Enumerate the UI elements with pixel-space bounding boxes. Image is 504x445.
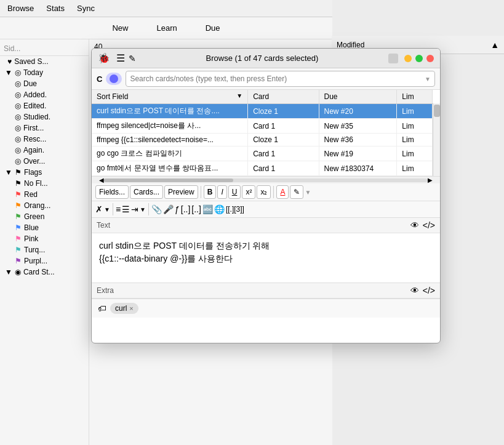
sidebar-flag-red[interactable]: ⚑ Red	[0, 189, 89, 200]
sidebar-search-label: Sid...	[4, 44, 20, 53]
sidebar-item-added[interactable]: ◎ Added.	[0, 89, 89, 100]
special-char-icon2[interactable]: 🌐	[214, 204, 225, 214]
purple-flag-icon: ⚑	[15, 257, 22, 265]
italic-button[interactable]: I	[217, 185, 226, 199]
erase-dropdown-icon[interactable]: ▼	[104, 206, 110, 213]
close-button[interactable]	[426, 55, 434, 62]
sidebar-card-state[interactable]: ▼ ◉ Card St...	[0, 267, 89, 278]
hscroll-track[interactable]	[104, 178, 428, 182]
learn-button[interactable]: Learn	[151, 22, 182, 34]
cell-card: Card 1	[248, 119, 319, 134]
cell-card: Cloze 1	[248, 134, 319, 146]
sidebar-flag-blue[interactable]: ⚑ Blue	[0, 222, 89, 233]
bracket-icon[interactable]: [[.][3]]	[226, 205, 244, 214]
bold-button[interactable]: B	[204, 185, 217, 199]
sidebar-item-first[interactable]: ◎ First...	[0, 122, 89, 134]
sidebar-flag-pink[interactable]: ⚑ Pink	[0, 233, 89, 244]
clock-icon-over: ◎	[15, 157, 21, 166]
extra-eye-icon[interactable]: 👁	[410, 286, 419, 295]
more-format-icon[interactable]: ▼	[305, 189, 311, 196]
menu-stats[interactable]: Stats	[46, 4, 65, 13]
extra-field-header: Extra 👁 </>	[92, 283, 440, 299]
scroll-up-icon[interactable]: ▲	[490, 40, 499, 50]
sidebar-item-over[interactable]: ◎ Over...	[0, 156, 89, 167]
sidebar-item-again[interactable]: ◎ Again.	[0, 145, 89, 156]
horizontal-scrollbar[interactable]: ◀ ▶	[92, 176, 440, 183]
scroll-right-icon[interactable]: ▶	[428, 177, 433, 183]
text-field-icons: 👁 </>	[410, 220, 435, 230]
table-row[interactable]: go fmt에서 문자열 변수를 쌍따옴표...Card 1New #18303…	[92, 161, 433, 176]
eraser-icon[interactable]: ✗	[95, 204, 103, 214]
code-icon[interactable]: </>	[423, 220, 435, 230]
fields-button[interactable]: Fields...	[95, 185, 129, 199]
cell-card: Cloze 1	[248, 104, 319, 119]
col-sort-field[interactable]: Sort Field ▼	[92, 90, 248, 104]
collapse-button[interactable]	[388, 54, 398, 63]
underline-button[interactable]: U	[228, 185, 241, 199]
latex-block-icon[interactable]: [..]	[191, 204, 201, 214]
edit-icon[interactable]: ✎	[129, 54, 136, 63]
sidebar-item-edited[interactable]: ◎ Edited.	[0, 100, 89, 111]
due-button[interactable]: Due	[201, 22, 225, 34]
menu-sync[interactable]: Sync	[77, 4, 95, 13]
table-row[interactable]: go cgo 크로스 컴파일하기Card 1New #19Lim	[92, 146, 433, 161]
sidebar-flag-none[interactable]: ⚑ No Fl...	[0, 178, 89, 189]
scroll-left-icon[interactable]: ◀	[99, 177, 104, 183]
sidebar-flag-turq[interactable]: ⚑ Turq...	[0, 244, 89, 255]
text-field-header: Text 👁 </>	[92, 218, 440, 233]
table-row[interactable]: ffmpeg silenced|ct=noise를 사...Card 1New …	[92, 119, 433, 134]
search-input[interactable]	[130, 74, 425, 83]
col-lim[interactable]: Lim	[397, 90, 433, 104]
new-button[interactable]: New	[107, 22, 133, 34]
maximize-button[interactable]	[415, 55, 423, 62]
sidebar-flag-purple[interactable]: ⚑ Purpl...	[0, 255, 89, 267]
font-color-button[interactable]: A	[276, 185, 289, 199]
menu-browse[interactable]: Browse	[7, 4, 34, 13]
cell-lim: Lim	[397, 161, 433, 176]
extra-code-icon[interactable]: </>	[423, 286, 435, 295]
sidebar-flag-green[interactable]: ⚑ Green	[0, 211, 89, 222]
sidebar-item-resc[interactable]: ◎ Resc...	[0, 134, 89, 145]
preview-button[interactable]: Preview	[164, 185, 198, 199]
sidebar-flags-header[interactable]: ▼ ⚑ Flags	[0, 167, 89, 178]
indent-dropdown-icon[interactable]: ▼	[140, 206, 146, 213]
search-box[interactable]: ▼	[126, 71, 435, 87]
text-field-content[interactable]: curl stdin으로 POST 데이터를 전송하기 위해 {{c1::--d…	[92, 233, 440, 283]
subscript-button[interactable]: x₂	[257, 185, 271, 199]
superscript-button[interactable]: x²	[242, 185, 255, 199]
triangle-flags-icon: ▼	[5, 168, 12, 177]
ordered-list-icon[interactable]: ☰	[122, 204, 130, 214]
sidebar-item-studied[interactable]: ◎ Studied.	[0, 111, 89, 122]
function-icon[interactable]: ƒ	[175, 204, 180, 214]
tag-remove-curl[interactable]: ×	[129, 305, 133, 312]
table-row[interactable]: ffmpeg {{c1::silencedetect=noise=...Cloz…	[92, 134, 433, 146]
col-card[interactable]: Card	[248, 90, 319, 104]
minimize-button[interactable]	[404, 55, 412, 62]
cell-due: New #35	[319, 119, 397, 134]
table-scrollbar[interactable]	[433, 103, 440, 176]
table-row[interactable]: curl stdin으로 POST 데이터를 전송....Cloze 1New …	[92, 104, 433, 119]
unordered-list-icon[interactable]: ≡	[116, 204, 121, 214]
latex-icon[interactable]: [..]	[181, 204, 191, 214]
triangle-cardst-icon: ▼	[5, 268, 12, 276]
attachment-icon[interactable]: 📎	[151, 204, 162, 214]
cards-button[interactable]: Cards...	[130, 185, 163, 199]
indent-icon[interactable]: ⇥	[131, 204, 138, 214]
col-due[interactable]: Due	[319, 90, 397, 104]
sidebar-flag-orange[interactable]: ⚑ Orang...	[0, 200, 89, 211]
search-dropdown-icon[interactable]: ▼	[425, 76, 431, 82]
sidebar-item-today[interactable]: ▼ ◎ Today	[0, 67, 89, 78]
hscroll-thumb	[104, 178, 233, 182]
microphone-icon[interactable]: 🎤	[163, 204, 174, 214]
sidebar-item-due[interactable]: ◎ Due	[0, 78, 89, 89]
menu-bar: Browse Stats Sync	[0, 0, 332, 17]
special-char-icon1[interactable]: 🔤	[202, 204, 213, 214]
eye-icon[interactable]: 👁	[410, 220, 419, 230]
cell-due: New #19	[319, 146, 397, 161]
sidebar-item-saved-searches[interactable]: ♥ Saved S...	[0, 56, 89, 67]
text-field-line1: curl stdin으로 POST 데이터를 전송하기 위해	[99, 241, 270, 251]
highlight-button[interactable]: ✎	[290, 185, 303, 199]
toggle-switch[interactable]	[106, 73, 122, 85]
clock-icon-added: ◎	[15, 90, 21, 99]
hamburger-icon[interactable]: ☰	[116, 52, 125, 64]
